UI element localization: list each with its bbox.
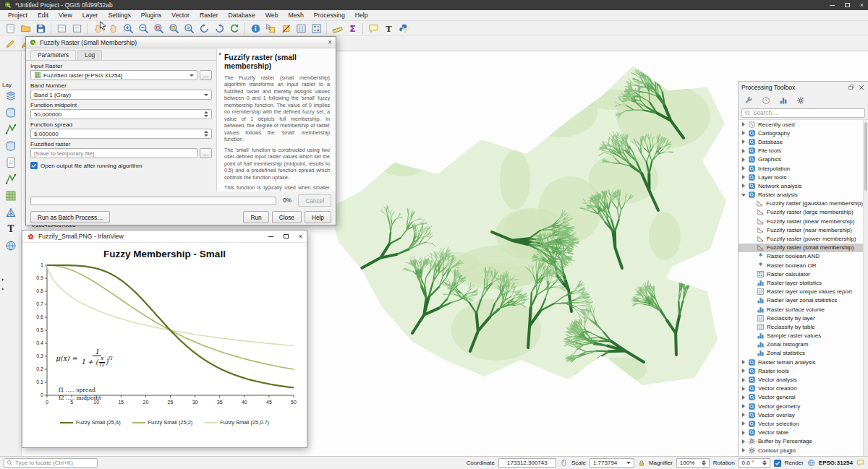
toolbox-item-fuzzify-raster-linear-membership[interactable]: Fuzzify raster (linear membership) — [739, 217, 863, 225]
panel-expand-arrow-icon[interactable] — [1, 287, 5, 291]
spin-stepper[interactable] — [762, 460, 767, 466]
function-midpoint-spinbox[interactable]: 50,000000 — [30, 109, 212, 119]
expand-arrow-icon[interactable] — [741, 158, 746, 162]
toolbox-item-layer-tools[interactable]: Layer tools — [739, 173, 863, 181]
toolbox-item-interpolation[interactable]: Interpolation — [739, 164, 863, 173]
expand-arrow-icon[interactable] — [741, 413, 746, 417]
toolbox-item-raster-layer-unique-values-report[interactable]: Raster layer unique values report — [739, 288, 863, 296]
python-console-icon[interactable] — [396, 22, 411, 35]
toolbox-item-raster-calculator[interactable]: Raster calculator — [739, 270, 863, 278]
toolbox-item-fuzzify-raster-gaussian-membership[interactable]: Fuzzify raster (gaussian membership) — [739, 199, 863, 208]
layout-manager-icon[interactable] — [69, 22, 84, 35]
text-annotation-icon[interactable]: T — [381, 22, 396, 35]
current-edits-icon[interactable] — [3, 37, 17, 51]
add-mesh-layer-icon[interactable] — [4, 205, 18, 219]
expand-arrow-icon[interactable] — [741, 149, 746, 153]
expand-arrow-icon[interactable] — [741, 378, 746, 382]
toolbox-item-vector-analysis[interactable]: Vector analysis — [739, 375, 863, 384]
toolbox-item-raster-layer-zonal-statistics[interactable]: Raster layer zonal statistics — [739, 296, 863, 305]
toolbox-item-reclassify-by-table[interactable]: Reclassify by table — [739, 322, 863, 331]
spin-stepper[interactable] — [204, 131, 208, 137]
toolbox-item-zonal-statistics[interactable]: Zonal statistics — [739, 349, 863, 358]
statistical-summary-icon[interactable]: Σ — [345, 22, 359, 35]
toolbox-item-network-analysis[interactable]: Network analysis — [739, 181, 863, 190]
refresh-map-icon[interactable] — [227, 22, 242, 35]
run-as-batch-button[interactable]: Run as Batch Process… — [30, 211, 110, 223]
menu-raster[interactable]: Raster — [195, 12, 224, 19]
expand-arrow-icon[interactable] — [741, 387, 746, 391]
maximize-button[interactable] — [845, 3, 850, 7]
dialog-close-button[interactable]: × — [328, 39, 332, 46]
extents-tracking-icon[interactable] — [560, 459, 568, 467]
deselect-features-icon[interactable] — [278, 22, 293, 35]
expand-arrow-icon[interactable] — [741, 139, 746, 144]
band-number-combo[interactable]: Band 1 (Gray) — [30, 90, 212, 100]
new-spatialite-layer-icon[interactable] — [4, 139, 18, 152]
new-shapefile-layer-icon[interactable] — [4, 122, 18, 136]
menu-layer[interactable]: Layer — [77, 12, 103, 19]
add-vector-layer-icon[interactable] — [4, 172, 18, 186]
toolbox-item-vector-selection[interactable]: Vector selection — [739, 419, 863, 428]
close-panel-icon[interactable] — [858, 84, 865, 91]
zoom-last-icon[interactable] — [197, 22, 211, 35]
cancel-button[interactable]: Cancel — [298, 194, 331, 207]
zoom-out-icon[interactable] — [136, 22, 150, 35]
expand-arrow-icon[interactable] — [741, 404, 746, 408]
expand-arrow-icon[interactable] — [741, 175, 746, 179]
expand-arrow-icon[interactable] — [741, 439, 746, 444]
toolbox-item-raster-terrain-analysis[interactable]: Raster terrain analysis — [739, 358, 863, 366]
tab-log[interactable]: Log — [77, 50, 102, 60]
menu-edit[interactable]: Edit — [33, 12, 54, 19]
irfanview-titlebar[interactable]: Fuzzify_Small.PNG - IrfanView × — [22, 231, 307, 243]
toolbox-item-raster-boolean-and[interactable]: *Raster boolean AND — [739, 252, 863, 261]
expand-arrow-icon[interactable] — [741, 194, 746, 197]
window-titlebar[interactable]: *Untitled Project - QGIS 0fd99f32ab × — [0, 0, 868, 10]
toolbox-item-fuzzify-raster-near-membership[interactable]: Fuzzify raster (near membership) — [739, 225, 863, 234]
expand-arrow-icon[interactable] — [741, 166, 746, 171]
input-raster-browse-button[interactable]: … — [200, 70, 212, 80]
menu-settings[interactable]: Settings — [103, 12, 135, 19]
toolbox-item-database[interactable]: Database — [739, 137, 863, 146]
scrollbar-thumb[interactable] — [864, 122, 867, 191]
menu-processing[interactable]: Processing — [309, 12, 350, 19]
output-raster-input[interactable]: [Save to temporary file] — [30, 148, 197, 158]
toolbox-item-fuzzify-raster-large-membership[interactable]: Fuzzify raster (large membership) — [739, 208, 863, 217]
toolbox-item-vector-geometry[interactable]: Vector geometry — [739, 402, 863, 410]
crs-button[interactable]: EPSG:31254 — [819, 460, 853, 466]
tab-parameters[interactable]: Parameters — [30, 50, 76, 60]
add-wms-layer-icon[interactable] — [4, 238, 18, 252]
expand-arrow-icon[interactable] — [741, 184, 746, 188]
add-raster-layer-icon[interactable] — [4, 189, 18, 202]
new-print-layout-icon[interactable] — [54, 22, 69, 35]
magnifier-spinbox[interactable]: 100% — [676, 458, 710, 468]
expand-arrow-icon[interactable] — [741, 421, 746, 426]
toolbox-item-reclassify-by-layer[interactable]: Reclassify by layer — [739, 314, 863, 322]
menu-help[interactable]: Help — [350, 12, 373, 19]
expand-arrow-icon[interactable] — [741, 369, 746, 373]
toolbox-results-icon[interactable] — [776, 93, 791, 107]
select-features-icon[interactable] — [263, 22, 278, 35]
float-panel-icon[interactable] — [848, 84, 855, 91]
collapse-help-arrow-icon[interactable] — [218, 51, 223, 56]
toolbox-item-raster-boolean-or[interactable]: *Raster boolean OR — [739, 261, 863, 270]
close-button[interactable]: × — [860, 1, 864, 9]
minimize-button[interactable] — [830, 5, 835, 6]
zoom-in-icon[interactable] — [121, 22, 135, 35]
run-button[interactable]: Run — [243, 211, 268, 223]
toolbox-item-vector-general[interactable]: Vector general — [739, 393, 863, 402]
messages-icon[interactable] — [856, 459, 864, 467]
expand-arrow-icon[interactable] — [741, 431, 746, 435]
add-delimited-text-layer-icon[interactable]: T — [4, 222, 18, 236]
spin-stepper[interactable] — [702, 460, 706, 466]
map-tips-icon[interactable] — [366, 22, 380, 35]
lock-scale-icon[interactable] — [638, 460, 645, 467]
tree-scrollbar[interactable] — [863, 120, 868, 456]
output-browse-button[interactable]: … — [200, 148, 212, 158]
toolbox-models-icon[interactable] — [741, 93, 756, 107]
new-geopackage-layer-icon[interactable] — [4, 106, 18, 119]
menu-mesh[interactable]: Mesh — [284, 12, 309, 19]
spin-stepper[interactable] — [204, 111, 208, 117]
menu-view[interactable]: View — [54, 12, 77, 19]
toolbox-item-raster-tools[interactable]: Raster tools — [739, 366, 863, 375]
function-spread-spinbox[interactable]: 5,000000 — [30, 129, 212, 139]
